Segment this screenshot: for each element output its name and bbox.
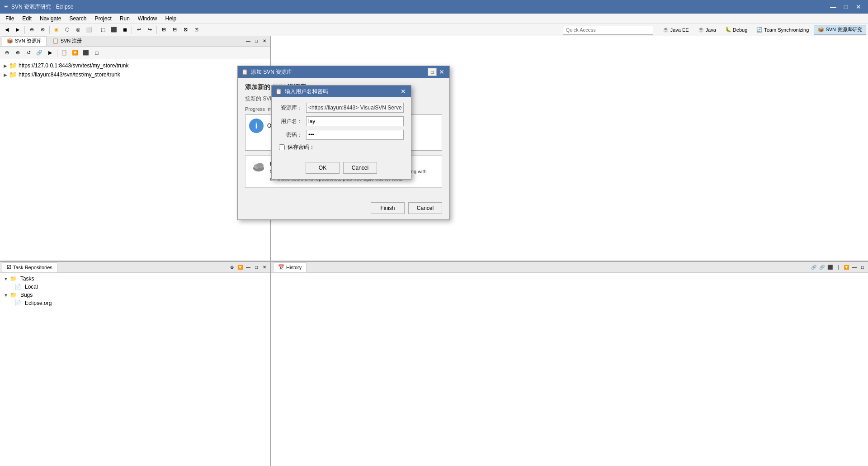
credentials-title-bar: 📋 输入用户名和密码 ✕ bbox=[272, 86, 411, 97]
add-svn-cancel-btn[interactable]: Cancel bbox=[408, 202, 442, 214]
source-label: 资源库： bbox=[279, 104, 302, 112]
username-label: 用户名： bbox=[279, 118, 302, 125]
source-input[interactable] bbox=[306, 103, 404, 113]
dialog-overlay: 📋 添加 SVN 资源库 □ ✕ 添加新的 SVN 资源库 接新的 SVN Pr… bbox=[0, 0, 868, 466]
credentials-footer: OK Cancel bbox=[272, 162, 411, 179]
credentials-title-icon: 📋 bbox=[275, 88, 282, 95]
add-svn-close-btn[interactable]: ✕ bbox=[438, 68, 446, 76]
add-svn-finish-btn[interactable]: Finish bbox=[371, 202, 405, 214]
credentials-cancel-btn[interactable]: Cancel bbox=[343, 162, 377, 174]
password-label: 密码： bbox=[279, 131, 302, 139]
info-icon: i bbox=[249, 119, 264, 133]
save-password-row: 保存密码： bbox=[279, 143, 404, 151]
password-input[interactable] bbox=[306, 130, 404, 140]
credentials-body: 资源库： 用户名： 密码： 保存密码： bbox=[272, 97, 411, 162]
svg-point-2 bbox=[256, 163, 264, 168]
cloudforge-logo bbox=[252, 160, 265, 176]
add-svn-maximize-btn[interactable]: □ bbox=[428, 68, 437, 76]
username-input[interactable] bbox=[306, 116, 404, 126]
add-svn-footer: Finish Cancel bbox=[238, 199, 449, 219]
source-row: 资源库： bbox=[279, 103, 404, 113]
dialog-credentials: 📋 输入用户名和密码 ✕ 资源库： 用户名： 密码： 保存密码： bbox=[271, 85, 411, 180]
add-svn-title: 添加 SVN 资源库 bbox=[251, 68, 292, 76]
add-svn-title-icon: 📋 bbox=[241, 69, 248, 75]
save-password-checkbox[interactable] bbox=[279, 144, 285, 150]
username-row: 用户名： bbox=[279, 116, 404, 126]
credentials-close-btn[interactable]: ✕ bbox=[399, 87, 407, 95]
credentials-ok-btn[interactable]: OK bbox=[306, 162, 340, 174]
credentials-title: 输入用户名和密码 bbox=[285, 88, 328, 95]
password-row: 密码： bbox=[279, 130, 404, 140]
add-svn-title-bar: 📋 添加 SVN 资源库 □ ✕ bbox=[238, 66, 449, 78]
save-password-label: 保存密码： bbox=[288, 143, 315, 151]
